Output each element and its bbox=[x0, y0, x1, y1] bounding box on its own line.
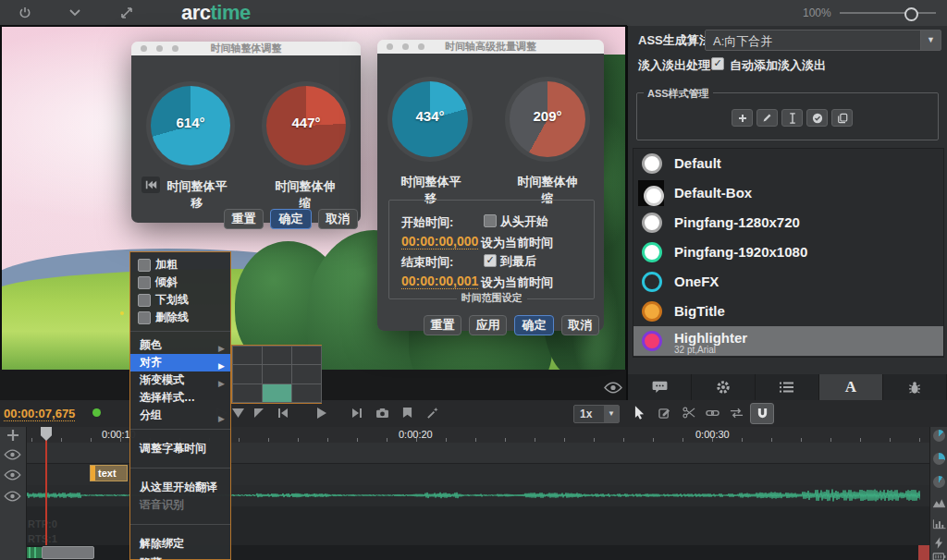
play-icon[interactable] bbox=[316, 408, 326, 419]
scissors-icon[interactable] bbox=[683, 407, 696, 419]
menu-item-underline[interactable]: 下划线 bbox=[130, 291, 230, 309]
align-cell-middle-center[interactable] bbox=[262, 364, 292, 384]
style-row[interactable]: Pingfang-1920x1080 bbox=[633, 237, 943, 267]
dialog-title[interactable]: 时间轴高级批量调整 bbox=[377, 40, 604, 54]
window-button[interactable] bbox=[387, 43, 393, 50]
move-down-icon[interactable] bbox=[232, 408, 244, 418]
eye-icon[interactable] bbox=[604, 382, 622, 394]
tab-debug[interactable] bbox=[883, 374, 947, 400]
cancel-button[interactable]: 取消 bbox=[561, 315, 599, 335]
bar-chart-icon[interactable] bbox=[932, 518, 946, 530]
skip-forward-icon[interactable] bbox=[351, 408, 363, 419]
align-cell-top-right[interactable] bbox=[291, 346, 322, 366]
edit-style-button[interactable] bbox=[756, 109, 778, 127]
menu-item-color[interactable]: 颜色▶ bbox=[130, 336, 230, 354]
align-cell-top-left[interactable] bbox=[232, 346, 263, 366]
mountain-chart-icon[interactable] bbox=[932, 497, 946, 508]
knob-icon[interactable] bbox=[933, 430, 945, 442]
align-cell-bottom-right[interactable] bbox=[291, 383, 322, 404]
magic-wand-icon[interactable] bbox=[426, 407, 439, 420]
tab-styles[interactable]: A bbox=[819, 374, 883, 400]
link-icon[interactable] bbox=[706, 408, 719, 418]
auto-fade-checkbox[interactable]: ✓ bbox=[711, 57, 724, 70]
bookmark-icon[interactable] bbox=[402, 407, 412, 419]
style-row[interactable]: BigTitle bbox=[633, 297, 943, 326]
dialog-title[interactable]: 时间轴整体调整 bbox=[131, 42, 361, 55]
window-button[interactable] bbox=[172, 45, 178, 52]
playback-speed-dropdown[interactable]: 1x ▼ bbox=[573, 405, 620, 423]
knob-icon[interactable] bbox=[933, 476, 945, 488]
rename-style-button[interactable] bbox=[781, 109, 803, 127]
skip-to-start-icon[interactable] bbox=[141, 177, 160, 193]
apply-button[interactable]: 应用 bbox=[469, 315, 507, 335]
lightning-icon[interactable] bbox=[935, 537, 943, 549]
align-cell-bottom-center-selected[interactable] bbox=[262, 383, 292, 404]
bold-checkbox[interactable] bbox=[138, 259, 151, 272]
eye-icon[interactable] bbox=[4, 449, 21, 460]
clip-left-handle[interactable] bbox=[91, 466, 95, 481]
expand-icon[interactable] bbox=[120, 6, 133, 19]
style-row[interactable]: Default-Box bbox=[633, 178, 943, 208]
zoom-slider-handle[interactable] bbox=[904, 7, 918, 21]
style-row[interactable]: Pingfang-1280x720 bbox=[633, 208, 943, 237]
menu-item-hide[interactable]: 隐藏 bbox=[130, 554, 230, 560]
chevron-down-icon[interactable] bbox=[69, 9, 80, 17]
style-row[interactable]: OneFX bbox=[633, 267, 943, 297]
cursor-tool-icon[interactable] bbox=[634, 406, 645, 420]
menu-item-group[interactable]: 分组▶ bbox=[130, 407, 230, 424]
from-start-checkbox[interactable] bbox=[484, 214, 497, 227]
knob-icon[interactable] bbox=[933, 453, 945, 465]
window-button[interactable] bbox=[141, 45, 147, 52]
reset-button[interactable]: 重置 bbox=[224, 209, 264, 229]
flag-in-icon[interactable] bbox=[253, 408, 264, 419]
scrollbar-thumb[interactable] bbox=[42, 546, 94, 559]
reset-button[interactable]: 重置 bbox=[424, 315, 461, 335]
time-scale-dial[interactable]: 209° bbox=[505, 77, 590, 162]
edit-tool-icon[interactable] bbox=[658, 407, 670, 419]
style-row[interactable]: Default bbox=[633, 149, 943, 178]
eye-icon[interactable] bbox=[4, 491, 21, 502]
align-cell-middle-left[interactable] bbox=[232, 364, 263, 384]
set-current-time-link[interactable]: 设为当前时间 bbox=[481, 235, 553, 251]
swap-icon[interactable] bbox=[730, 408, 744, 419]
tab-subtitles[interactable] bbox=[628, 374, 692, 400]
menu-item-translate-from-here[interactable]: 从这里开始翻译 bbox=[130, 479, 230, 496]
italic-checkbox[interactable] bbox=[138, 276, 151, 289]
menu-item-italic[interactable]: 倾斜 bbox=[130, 274, 230, 291]
cancel-button[interactable]: 取消 bbox=[318, 209, 358, 229]
start-time-value[interactable]: 00:00:00,000 bbox=[401, 234, 478, 250]
current-timecode[interactable]: 00:00:07,675 bbox=[4, 407, 75, 421]
to-end-checkbox[interactable]: ✓ bbox=[484, 254, 497, 267]
strikethrough-checkbox[interactable] bbox=[138, 311, 151, 324]
tab-settings[interactable] bbox=[692, 374, 756, 400]
window-button[interactable] bbox=[156, 45, 163, 52]
time-shift-dial[interactable]: 434° bbox=[387, 77, 473, 162]
menu-item-pick-style[interactable]: 选择样式… bbox=[130, 389, 230, 407]
window-button[interactable] bbox=[418, 43, 424, 50]
align-cell-top-center[interactable] bbox=[262, 346, 292, 366]
battery-icon[interactable] bbox=[932, 553, 946, 560]
menu-item-strikethrough[interactable]: 删除线 bbox=[130, 309, 230, 326]
style-row-selected[interactable]: Highlighter32 pt,Arial bbox=[633, 326, 943, 356]
subtitle-clip[interactable]: text bbox=[90, 465, 128, 481]
zoom-slider-track[interactable] bbox=[840, 12, 936, 14]
add-track-icon[interactable] bbox=[6, 429, 19, 442]
menu-item-gradient[interactable]: 渐变模式▶ bbox=[130, 371, 230, 389]
end-time-value[interactable]: 00:00:00,001 bbox=[401, 274, 478, 289]
menu-item-adjust-subtitle-time[interactable]: 调整字幕时间 bbox=[130, 440, 230, 457]
window-button[interactable] bbox=[402, 43, 409, 50]
time-scale-dial[interactable]: 447° bbox=[262, 81, 351, 170]
ass-algorithm-dropdown[interactable]: A:向下合并 ▼ bbox=[705, 30, 941, 51]
underline-checkbox[interactable] bbox=[138, 294, 151, 307]
align-cell-middle-right[interactable] bbox=[291, 364, 322, 384]
tab-list[interactable] bbox=[756, 374, 819, 400]
menu-item-bold[interactable]: 加粗 bbox=[130, 256, 230, 274]
align-cell-bottom-left[interactable] bbox=[232, 383, 263, 404]
magnet-snap-toggle[interactable] bbox=[750, 403, 774, 424]
menu-item-align[interactable]: 对齐▶ bbox=[130, 354, 230, 371]
ok-button[interactable]: 确定 bbox=[514, 315, 554, 335]
menu-item-unbind[interactable]: 解除绑定 bbox=[130, 535, 230, 553]
time-shift-dial[interactable]: 614° bbox=[146, 81, 235, 170]
apply-style-button[interactable] bbox=[806, 109, 828, 127]
ok-button[interactable]: 确定 bbox=[270, 209, 312, 229]
